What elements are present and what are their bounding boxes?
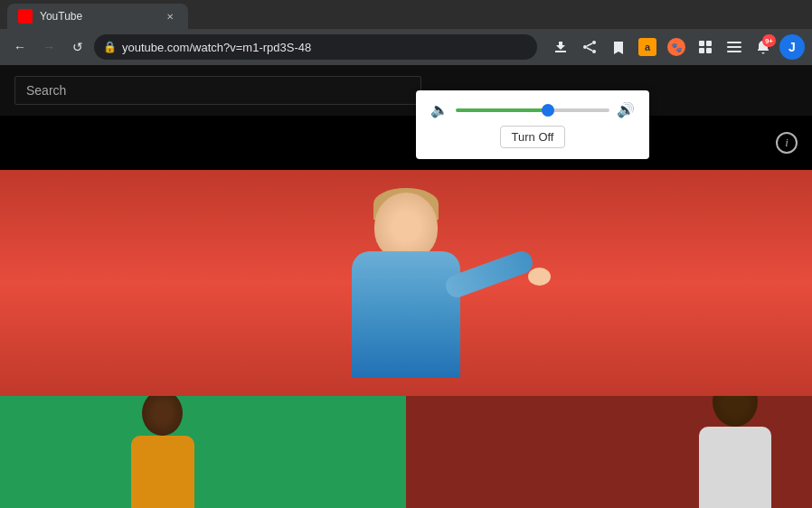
thumbnail-left[interactable] [0,396,406,508]
amazon-extension-icon[interactable]: a [635,34,660,60]
main-video-frame[interactable] [0,170,812,396]
volume-slider-thumb[interactable] [542,104,554,117]
reload-button[interactable]: ↺ [65,34,90,60]
nav-bar: ← → ↺ 🔒 youtube.com/watch?v=m1-rpd3S-48 [0,29,812,65]
svg-rect-9 [706,48,712,53]
right-person [699,396,771,508]
volume-low-icon: 🔈 [430,101,448,118]
person-body [352,251,460,378]
amazon-logo: a [638,38,656,56]
search-bar[interactable]: Search [14,76,421,105]
right-person-torso [699,427,771,508]
profile-avatar[interactable]: J [779,34,805,60]
search-placeholder: Search [26,83,66,98]
tab-bar: YouTube ✕ [0,0,812,29]
tab-favicon [18,9,33,24]
left-person-torso [131,436,194,508]
bottom-thumbnails [0,396,812,508]
paws-extension-icon[interactable]: 🐾 [664,34,689,60]
notification-icon[interactable]: 9+ [751,34,776,60]
svg-line-4 [587,43,592,46]
youtube-header: Search [0,65,812,116]
left-person [131,396,194,508]
back-button[interactable]: ← [7,34,33,60]
address-bar[interactable]: 🔒 youtube.com/watch?v=m1-rpd3S-48 [94,34,537,60]
toolbar-icons: a 🐾 [548,34,805,60]
svg-point-1 [592,41,596,44]
lock-icon: 🔒 [103,41,117,53]
info-icon[interactable]: i [776,132,798,154]
turn-off-button[interactable]: Turn Off [500,126,566,148]
svg-rect-6 [699,41,704,46]
video-area: i [0,116,812,508]
person-head [374,193,438,260]
volume-high-icon: 🔊 [617,101,635,118]
svg-point-2 [583,45,587,49]
active-tab[interactable]: YouTube ✕ [7,4,188,29]
svg-rect-8 [699,48,704,53]
right-person-head [713,396,758,427]
extensions-icon[interactable] [693,34,718,60]
right-scene [406,396,812,508]
svg-line-5 [587,48,592,51]
volume-slider-row: 🔈 🔊 [430,101,635,118]
url-text: youtube.com/watch?v=m1-rpd3S-48 [122,41,311,54]
browser-chrome: YouTube ✕ ← → ↺ 🔒 youtube.com/watch?v=m1… [0,0,812,65]
svg-point-3 [592,50,596,53]
video-top-band: i [0,116,812,170]
thumbnail-right[interactable] [406,396,812,508]
volume-popup: 🔈 🔊 Turn Off [416,90,649,159]
svg-rect-7 [706,41,712,46]
tab-close-button[interactable]: ✕ [163,9,177,24]
volume-slider-track[interactable] [456,108,609,112]
left-scene [0,396,406,508]
tab-title: YouTube [40,10,82,23]
person-hand [528,268,551,286]
svg-rect-12 [727,51,741,52]
svg-rect-10 [727,42,741,43]
chrome-menu-icon[interactable] [722,34,747,60]
bookmark-icon[interactable] [606,34,631,60]
svg-rect-0 [555,51,566,52]
download-icon[interactable] [548,34,573,60]
left-person-head [142,396,183,436]
notification-badge: 9+ [762,34,776,47]
youtube-page: Search 🔈 🔊 Turn Off i [0,65,812,508]
paws-logo: 🐾 [667,38,685,56]
svg-rect-11 [727,46,741,48]
forward-button[interactable]: → [36,34,61,60]
share-icon[interactable] [577,34,602,60]
video-content-main [0,170,812,396]
